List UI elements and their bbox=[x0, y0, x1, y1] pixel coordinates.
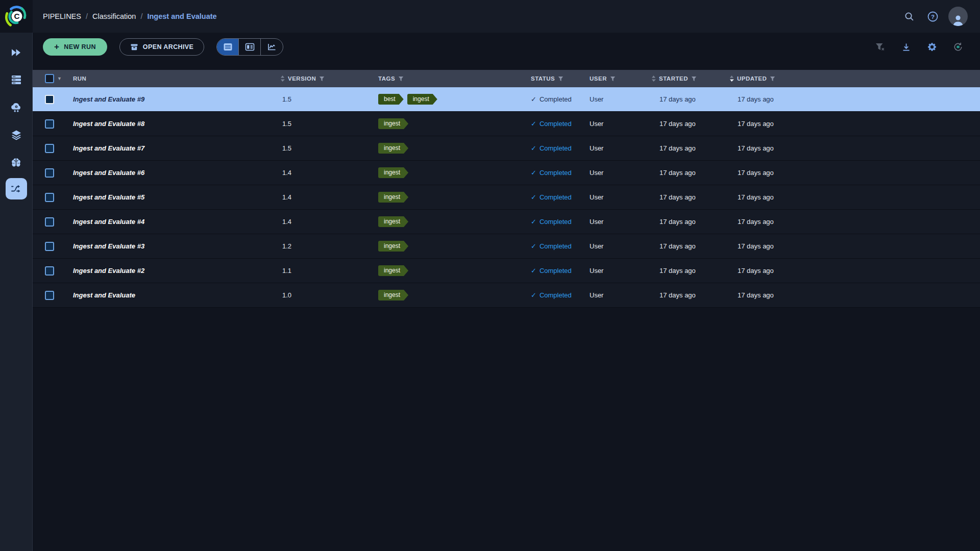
filter-funnel-icon[interactable] bbox=[770, 76, 775, 82]
row-checkbox[interactable] bbox=[45, 266, 54, 276]
breadcrumb-pipelines[interactable]: PIPELINES bbox=[43, 12, 81, 20]
chart-view-button[interactable] bbox=[261, 39, 283, 55]
run-name[interactable]: Ingest and Evaluate #4 bbox=[73, 218, 280, 226]
column-header-started[interactable]: STARTED bbox=[651, 75, 729, 82]
filter-reset-button[interactable] bbox=[872, 39, 888, 55]
sidebar-item-models[interactable] bbox=[5, 151, 28, 174]
sidebar-item-projects[interactable] bbox=[5, 40, 28, 64]
run-name[interactable]: Ingest and Evaluate #5 bbox=[73, 193, 280, 201]
clearml-logo-icon: C bbox=[5, 5, 28, 28]
row-checkbox[interactable] bbox=[45, 95, 54, 104]
sidebar-item-cloud-apps[interactable] bbox=[5, 95, 28, 119]
row-checkbox[interactable] bbox=[45, 217, 54, 227]
row-checkbox[interactable] bbox=[45, 144, 54, 153]
help-button[interactable]: ? bbox=[925, 9, 940, 24]
run-version: 1.1 bbox=[280, 267, 378, 274]
row-checkbox[interactable] bbox=[45, 242, 54, 251]
breadcrumb-project[interactable]: Classification bbox=[92, 12, 136, 20]
table-row[interactable]: Ingest and Evaluate #61.4ingest✓Complete… bbox=[33, 161, 980, 185]
select-dropdown-caret[interactable]: ▼ bbox=[57, 76, 62, 81]
column-header-version[interactable]: VERSION bbox=[280, 75, 378, 82]
run-name[interactable]: Ingest and Evaluate #7 bbox=[73, 144, 280, 152]
run-status: ✓Completed bbox=[531, 169, 590, 177]
tag: ingest bbox=[378, 241, 408, 252]
status-check-icon: ✓ bbox=[531, 193, 536, 201]
table-row[interactable]: Ingest and Evaluate #41.4ingest✓Complete… bbox=[33, 210, 980, 234]
download-button[interactable] bbox=[898, 39, 914, 55]
run-name[interactable]: Ingest and Evaluate bbox=[73, 291, 280, 299]
sidebar-item-pipelines[interactable] bbox=[6, 178, 27, 199]
column-header-user[interactable]: USER bbox=[590, 76, 651, 82]
select-all-cell: ▼ bbox=[33, 74, 73, 83]
run-updated: 17 days ago bbox=[729, 120, 980, 128]
column-header-updated[interactable]: UPDATED bbox=[729, 75, 980, 82]
select-all-checkbox[interactable] bbox=[45, 74, 54, 83]
filter-funnel-icon[interactable] bbox=[319, 76, 325, 82]
column-label: TAGS bbox=[378, 76, 395, 82]
auto-refresh-button[interactable] bbox=[950, 39, 966, 55]
table-row[interactable]: Ingest and Evaluate #81.5ingest✓Complete… bbox=[33, 112, 980, 136]
run-name[interactable]: Ingest and Evaluate #3 bbox=[73, 242, 280, 250]
projects-icon bbox=[10, 47, 22, 58]
run-tags: ingest bbox=[378, 265, 531, 276]
column-label: USER bbox=[590, 76, 607, 82]
row-select-cell bbox=[33, 95, 73, 104]
new-run-button[interactable]: + NEW RUN bbox=[43, 38, 107, 56]
download-icon bbox=[902, 43, 911, 52]
filter-funnel-icon[interactable] bbox=[691, 76, 697, 82]
open-archive-button[interactable]: OPEN ARCHIVE bbox=[119, 38, 205, 56]
settings-button[interactable] bbox=[924, 39, 940, 55]
row-select-cell bbox=[33, 119, 73, 129]
run-tags: ingest bbox=[378, 216, 531, 227]
sidebar-item-datasets[interactable] bbox=[5, 123, 28, 147]
cloud-gear-icon bbox=[10, 102, 22, 113]
help-icon: ? bbox=[927, 11, 939, 22]
row-checkbox[interactable] bbox=[45, 168, 54, 178]
status-check-icon: ✓ bbox=[531, 218, 536, 226]
row-checkbox[interactable] bbox=[45, 193, 54, 202]
filter-funnel-icon[interactable] bbox=[558, 76, 564, 82]
run-updated: 17 days ago bbox=[729, 242, 980, 250]
filter-funnel-icon[interactable] bbox=[610, 76, 616, 82]
run-tags: ingest bbox=[378, 192, 531, 203]
row-checkbox[interactable] bbox=[45, 119, 54, 129]
row-checkbox[interactable] bbox=[45, 291, 54, 300]
table-row[interactable]: Ingest and Evaluate #71.5ingest✓Complete… bbox=[33, 136, 980, 161]
table-view-button[interactable] bbox=[217, 39, 239, 55]
run-name[interactable]: Ingest and Evaluate #9 bbox=[73, 95, 280, 103]
clearml-logo[interactable]: C bbox=[0, 0, 33, 33]
run-status: ✓Completed bbox=[531, 144, 590, 152]
run-version: 1.2 bbox=[280, 242, 378, 250]
run-user: User bbox=[590, 169, 651, 177]
table-row[interactable]: Ingest and Evaluate #51.4ingest✓Complete… bbox=[33, 185, 980, 210]
run-tags: ingest bbox=[378, 118, 531, 129]
run-user: User bbox=[590, 242, 651, 250]
run-name[interactable]: Ingest and Evaluate #8 bbox=[73, 120, 280, 128]
card-view-button[interactable] bbox=[239, 39, 261, 55]
column-header-tags[interactable]: TAGS bbox=[378, 76, 531, 82]
breadcrumb-current-pipeline: Ingest and Evaluate bbox=[147, 12, 216, 20]
status-label: Completed bbox=[540, 291, 572, 299]
run-name[interactable]: Ingest and Evaluate #2 bbox=[73, 267, 280, 274]
column-header-status[interactable]: STATUS bbox=[531, 76, 590, 82]
runs-table: ▼ RUNVERSIONTAGSSTATUSUSERSTARTEDUPDATED… bbox=[33, 70, 980, 308]
column-label: UPDATED bbox=[737, 76, 767, 82]
filter-funnel-icon[interactable] bbox=[398, 76, 404, 82]
run-user: User bbox=[590, 218, 651, 226]
toolbar: + NEW RUN OPEN ARCHIVE bbox=[33, 33, 980, 61]
status-label: Completed bbox=[540, 218, 572, 226]
row-select-cell bbox=[33, 242, 73, 251]
table-row[interactable]: Ingest and Evaluate #31.2ingest✓Complete… bbox=[33, 234, 980, 259]
user-avatar[interactable] bbox=[948, 7, 968, 26]
run-updated: 17 days ago bbox=[729, 193, 980, 201]
table-row[interactable]: Ingest and Evaluate #21.1ingest✓Complete… bbox=[33, 259, 980, 283]
run-name[interactable]: Ingest and Evaluate #6 bbox=[73, 169, 280, 177]
status-check-icon: ✓ bbox=[531, 169, 536, 177]
run-version: 1.4 bbox=[280, 193, 378, 201]
column-header-run[interactable]: RUN bbox=[73, 76, 280, 82]
table-row[interactable]: Ingest and Evaluate #91.5bestingest✓Comp… bbox=[33, 87, 980, 112]
sidebar-item-workers-queues[interactable] bbox=[5, 68, 28, 92]
search-button[interactable] bbox=[901, 9, 917, 24]
table-row[interactable]: Ingest and Evaluate1.0ingest✓CompletedUs… bbox=[33, 283, 980, 308]
workers-icon bbox=[11, 74, 22, 85]
